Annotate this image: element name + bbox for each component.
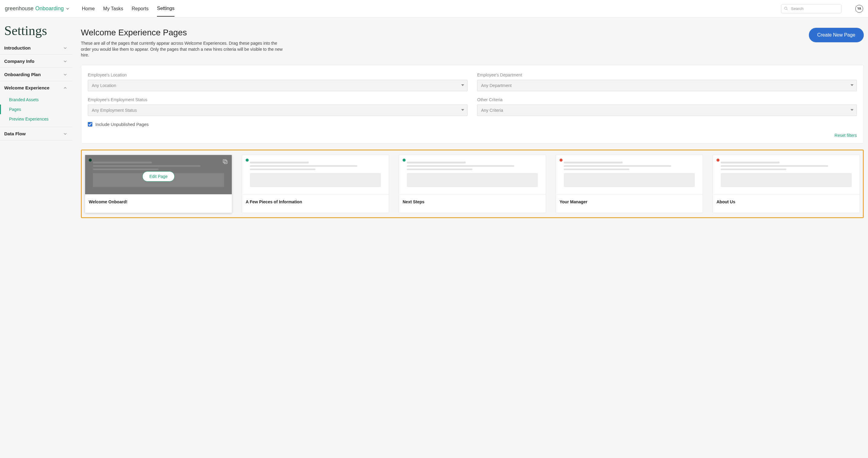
page-card[interactable]: Your Manager	[556, 155, 703, 213]
filter-location-select[interactable]: Any Location	[88, 80, 467, 91]
sidebar-section-label: Data Flow	[4, 131, 26, 136]
pages-grid-highlight: Edit Page Welcome Onboard! A Few Pieces …	[81, 149, 864, 218]
top-nav: greenhouse Onboarding Home My Tasks Repo…	[0, 0, 868, 18]
filter-other-criteria-label: Other Criteria	[477, 97, 857, 102]
filter-employment-status-value: Any Employment Status	[92, 108, 137, 113]
filter-department-select[interactable]: Any Department	[477, 80, 857, 91]
page-title: Settings	[0, 21, 72, 41]
sidebar-section-welcome-experience[interactable]: Welcome Experience	[0, 81, 72, 94]
sidebar-section-label: Company Info	[4, 59, 34, 64]
page-card[interactable]: Next Steps	[399, 155, 546, 213]
chevron-down-icon	[63, 132, 68, 136]
chevron-down-icon	[63, 46, 68, 51]
filter-employment-status-select[interactable]: Any Employment Status	[88, 105, 467, 116]
nav-links: Home My Tasks Reports Settings	[82, 1, 175, 17]
status-dot-icon	[403, 159, 406, 162]
filter-employment-status-label: Employee's Employment Status	[88, 97, 467, 102]
page-card-title: A Few Pieces of Information	[242, 194, 389, 213]
page-card[interactable]: About Us	[713, 155, 860, 213]
sidebar-item-branded-assets[interactable]: Branded Assets	[0, 95, 72, 105]
page-card-title: Your Manager	[556, 194, 703, 213]
main-description: These are all of the pages that currentl…	[81, 40, 286, 58]
page-card[interactable]: A Few Pieces of Information	[242, 155, 389, 213]
duplicate-icon[interactable]	[222, 159, 228, 165]
chevron-up-icon	[63, 86, 68, 90]
sidebar-section-data-flow[interactable]: Data Flow	[0, 127, 72, 140]
status-dot-icon	[560, 159, 563, 162]
include-unpublished-row[interactable]: Include Unpublished Pages	[88, 122, 857, 127]
page-card-title: About Us	[713, 194, 860, 213]
svg-point-0	[784, 7, 787, 9]
sidebar-section-introduction[interactable]: Introduction	[0, 41, 72, 54]
search-box	[781, 4, 841, 13]
sidebar: Settings Introduction Company Info Onboa…	[0, 18, 72, 458]
nav-my-tasks[interactable]: My Tasks	[103, 1, 123, 16]
svg-line-1	[787, 9, 788, 10]
include-unpublished-checkbox[interactable]	[88, 122, 92, 126]
sidebar-section-label: Introduction	[4, 45, 30, 51]
nav-reports[interactable]: Reports	[132, 1, 149, 16]
chevron-down-icon	[63, 59, 68, 64]
nav-home[interactable]: Home	[82, 1, 95, 16]
status-dot-icon	[89, 159, 92, 162]
chevron-down-icon	[63, 72, 68, 77]
reset-filters-link[interactable]: Reset filters	[835, 133, 857, 138]
sidebar-item-preview-experiences[interactable]: Preview Experiences	[0, 114, 72, 124]
page-card-title: Welcome Onboard!	[85, 194, 232, 213]
brand-part1: greenhouse	[5, 5, 33, 12]
brand-part2: Onboarding	[35, 5, 64, 12]
status-dot-icon	[716, 159, 719, 162]
filter-location-value: Any Location	[92, 83, 116, 88]
create-new-page-button[interactable]: Create New Page	[809, 28, 864, 42]
filter-department-label: Employee's Department	[477, 73, 857, 77]
brand[interactable]: greenhouse Onboarding	[5, 5, 70, 12]
main-title: Welcome Experience Pages	[81, 28, 286, 37]
svg-rect-2	[224, 161, 227, 164]
edit-page-button[interactable]: Edit Page	[143, 171, 175, 181]
sidebar-section-label: Onboarding Plan	[4, 72, 41, 77]
dropdown-icon	[850, 109, 854, 111]
sidebar-section-company-info[interactable]: Company Info	[0, 55, 72, 68]
sidebar-section-label: Welcome Experience	[4, 85, 50, 90]
dropdown-icon	[850, 84, 854, 86]
filter-location-label: Employee's Location	[88, 73, 467, 77]
brand-switcher-icon[interactable]	[65, 7, 70, 11]
filter-department-value: Any Department	[481, 83, 512, 88]
page-card-title: Next Steps	[399, 194, 546, 213]
status-dot-icon	[246, 159, 249, 162]
sidebar-section-onboarding-plan[interactable]: Onboarding Plan	[0, 68, 72, 81]
nav-settings[interactable]: Settings	[157, 1, 175, 17]
dropdown-icon	[461, 109, 464, 111]
search-input[interactable]	[781, 4, 841, 13]
avatar[interactable]: YA	[855, 5, 863, 13]
search-icon	[784, 6, 788, 10]
page-card[interactable]: Edit Page Welcome Onboard!	[85, 155, 232, 213]
filter-other-criteria-select[interactable]: Any Criteria	[477, 105, 857, 116]
svg-rect-3	[223, 160, 226, 163]
main-content: Welcome Experience Pages These are all o…	[72, 18, 868, 458]
filters-panel: Employee's Location Any Location Employe…	[81, 65, 864, 143]
filter-other-criteria-value: Any Criteria	[481, 108, 503, 113]
include-unpublished-label: Include Unpublished Pages	[95, 122, 149, 127]
pages-grid: Edit Page Welcome Onboard! A Few Pieces …	[85, 155, 860, 213]
sidebar-item-pages[interactable]: Pages	[0, 105, 72, 114]
dropdown-icon	[461, 84, 464, 86]
